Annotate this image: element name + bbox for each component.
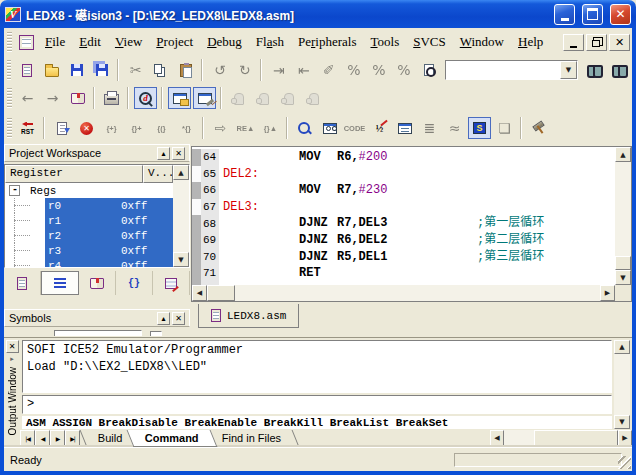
code-line[interactable]: 71 RET [192, 265, 615, 282]
step-over-button[interactable]: {}+ [125, 117, 148, 139]
gutter-cell[interactable]: 64 [192, 149, 219, 166]
save-all-button[interactable] [90, 59, 113, 81]
serial-window-button[interactable]: S [468, 117, 491, 139]
maximize-button[interactable] [582, 4, 603, 25]
code-line[interactable]: 67 DEL3: [192, 199, 615, 216]
prev-bookmark-button[interactable]: % [367, 59, 390, 81]
functions-tab[interactable]: {} [116, 271, 153, 295]
cut-button[interactable]: ✂ [124, 59, 147, 81]
find-in-files-button[interactable] [608, 59, 631, 81]
kill-all-breakpoints-button[interactable] [302, 87, 325, 109]
halt-button[interactable]: ✕ [75, 117, 98, 139]
trace-navigation-button[interactable]: {}▲ [259, 117, 282, 139]
unindent-button[interactable]: ⇤ [292, 59, 315, 81]
forward-button[interactable]: → [41, 87, 64, 109]
gutter-cell[interactable]: 65 [192, 166, 219, 183]
toolbox-button[interactable] [527, 117, 550, 139]
symbols-checkbox[interactable] [150, 331, 162, 336]
disassembly-window-button[interactable] [293, 117, 316, 139]
tree-collapse-icon[interactable] [9, 185, 20, 196]
command-log[interactable]: SOFI ICE52 Emulator/ProgrammerLoad "D:\\… [22, 340, 612, 393]
scroll-left-icon[interactable] [490, 430, 504, 446]
run-to-cursor-button[interactable]: *{} [175, 117, 198, 139]
menu-debug[interactable]: Debug [200, 32, 249, 52]
debug-windows-button[interactable] [168, 87, 191, 109]
clear-bookmarks-button[interactable]: % [392, 59, 415, 81]
register-row[interactable]: r1 0xff [5, 213, 173, 228]
tab-ledx8-asm[interactable]: LEDX8.asm [198, 304, 299, 328]
toolbar-grip[interactable] [7, 118, 12, 138]
menu-flash[interactable]: Flash [249, 32, 291, 52]
scroll-left-icon[interactable] [192, 285, 207, 301]
close-button[interactable] [610, 4, 631, 25]
toolbar-grip[interactable] [7, 60, 11, 80]
output-tabs-first-button[interactable]: |◀ [20, 430, 35, 446]
menu-file[interactable]: File [38, 32, 72, 52]
memory-window-button[interactable] [393, 117, 416, 139]
output-tab-find-in-files[interactable]: Find in Files [204, 430, 300, 447]
command-input[interactable]: > [22, 395, 612, 414]
app-icon[interactable]: V [5, 7, 21, 22]
panel-close-icon[interactable] [172, 147, 185, 160]
register-scrollbar[interactable] [173, 165, 189, 267]
start-stop-debug-button[interactable]: d [134, 87, 157, 109]
registers-tab[interactable] [41, 271, 79, 295]
menu-svcs[interactable]: SVCS [406, 32, 453, 52]
scroll-right-icon[interactable] [600, 285, 615, 301]
editor-vertical-scrollbar[interactable] [615, 147, 631, 285]
books-tab[interactable] [79, 271, 116, 295]
find-button[interactable] [583, 59, 606, 81]
call-stack-button[interactable]: ❏ [493, 117, 516, 139]
register-row[interactable]: r2 0xff [5, 228, 173, 243]
panel-close-icon[interactable] [172, 312, 185, 325]
scroll-right-icon[interactable] [618, 430, 632, 446]
register-row[interactable]: r4 0xff [5, 258, 173, 267]
scroll-thumb[interactable] [534, 430, 618, 446]
code-line[interactable]: 70 DJNZR5,DEL1;第三层循环 [192, 249, 615, 266]
output-close-icon[interactable] [6, 340, 19, 353]
performance-analyzer-button[interactable]: ½ [368, 117, 391, 139]
gutter-cell[interactable]: 66 [192, 182, 219, 199]
menu-project[interactable]: Project [149, 32, 200, 52]
scroll-thumb[interactable] [615, 256, 631, 270]
scroll-track[interactable] [235, 285, 600, 301]
output-pin-icon[interactable] [10, 355, 14, 363]
save-button[interactable] [65, 59, 88, 81]
scroll-up-icon[interactable] [614, 340, 630, 354]
toolbar-grip[interactable] [7, 88, 12, 108]
output-tabs-last-button[interactable]: ▶| [65, 430, 80, 446]
register-column-header[interactable]: Register [5, 165, 143, 183]
minimize-button[interactable] [554, 4, 575, 25]
menu-help[interactable]: Help [511, 32, 550, 52]
gutter-cell[interactable]: 68 [192, 215, 219, 232]
indent-button[interactable]: ⇥ [267, 59, 290, 81]
register-row[interactable]: r0 0xff [5, 198, 173, 213]
regs-root-row[interactable]: Regs [5, 183, 173, 198]
code-line[interactable]: 65 DEL2: [192, 166, 615, 183]
mdi-restore-button[interactable] [586, 34, 607, 51]
gutter-cell[interactable]: 71 [192, 265, 219, 282]
find-combobox[interactable] [445, 60, 578, 80]
output-tab-command[interactable]: Command [127, 430, 218, 447]
print-button[interactable] [100, 87, 123, 109]
output-tabs-next-button[interactable]: ▶ [50, 430, 65, 446]
scroll-down-icon[interactable] [614, 415, 630, 429]
scroll-up-icon[interactable] [615, 147, 631, 162]
document-icon[interactable] [19, 35, 34, 50]
scroll-track[interactable] [615, 162, 631, 270]
code-line[interactable]: 68 DJNZR7,DEL3;第一层循环 [192, 215, 615, 232]
output-horizontal-scrollbar[interactable] [490, 430, 632, 446]
gutter-cell[interactable]: 69 [192, 232, 219, 249]
undo-button[interactable]: ↺ [208, 59, 231, 81]
gutter-cell[interactable]: 67 [192, 199, 219, 216]
gutter-cell[interactable]: 70 [192, 249, 219, 266]
scroll-track[interactable] [173, 180, 189, 252]
next-bookmark-button[interactable]: % [342, 59, 365, 81]
symbol-window-button[interactable]: ≣ [418, 117, 441, 139]
menu-window[interactable]: Window [453, 32, 511, 52]
editor-horizontal-scrollbar[interactable] [192, 285, 615, 301]
mdi-close-button[interactable] [609, 34, 630, 51]
back-button[interactable]: ← [16, 87, 39, 109]
scroll-track[interactable] [504, 430, 534, 446]
menu-tools[interactable]: Tools [364, 32, 407, 52]
